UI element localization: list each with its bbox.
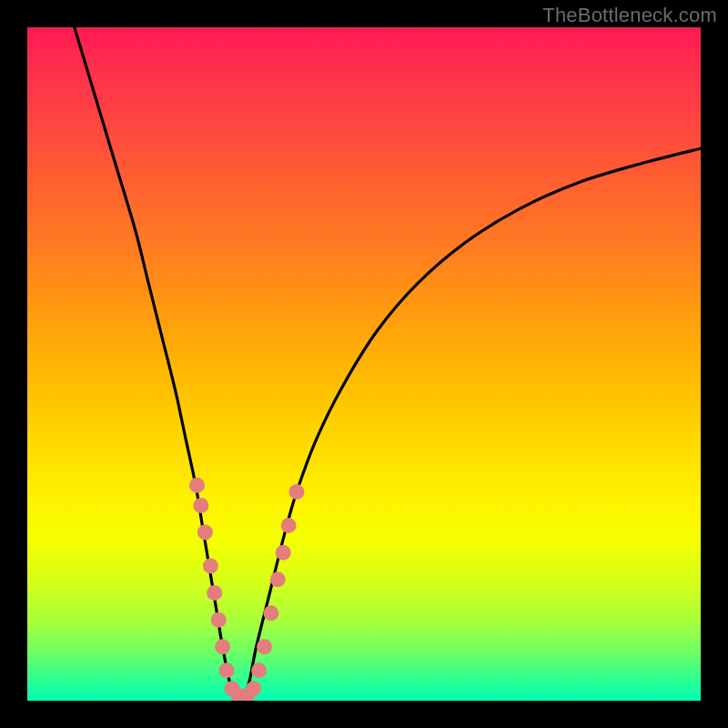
data-marker <box>189 478 205 493</box>
data-marker <box>197 525 213 541</box>
data-marker <box>270 571 286 587</box>
marker-group <box>189 478 305 701</box>
data-marker <box>193 498 208 513</box>
data-marker <box>276 545 291 561</box>
data-marker <box>289 484 305 500</box>
data-marker <box>215 639 230 654</box>
chart-svg <box>27 27 701 701</box>
data-marker <box>263 605 278 621</box>
data-marker <box>219 662 235 678</box>
data-marker <box>281 518 297 533</box>
watermark-text: TheBottleneck.com <box>542 4 717 27</box>
plot-area <box>27 27 701 701</box>
data-marker <box>207 585 222 601</box>
data-marker <box>246 681 261 696</box>
bottleneck-curve <box>75 27 701 701</box>
data-marker <box>251 662 267 678</box>
data-marker <box>257 639 272 654</box>
chart-frame: TheBottleneck.com <box>0 0 728 728</box>
data-marker <box>203 559 218 574</box>
data-marker <box>211 612 227 628</box>
